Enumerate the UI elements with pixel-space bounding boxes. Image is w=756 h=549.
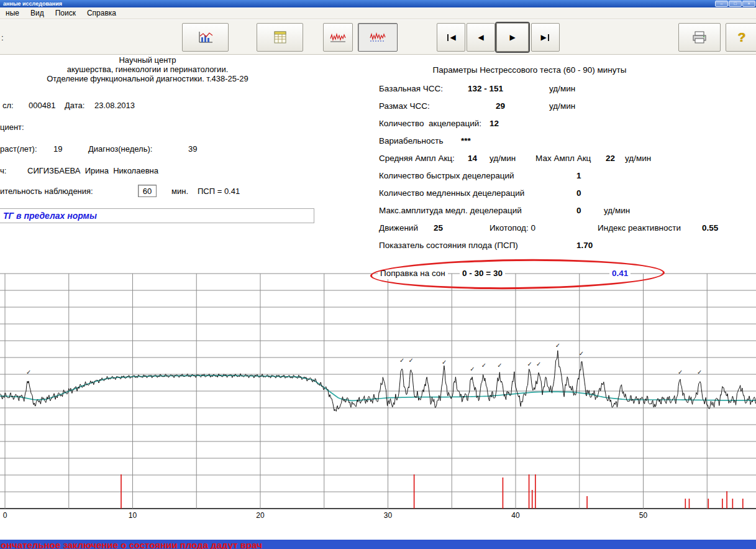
waveform-view-button[interactable] bbox=[323, 23, 353, 52]
x-tick-label: 0 bbox=[3, 511, 7, 520]
svg-text:✓: ✓ bbox=[579, 350, 584, 357]
menu-item-help[interactable]: Справка bbox=[81, 7, 122, 19]
clinic-line-1: Научный центр bbox=[0, 55, 295, 65]
next-arrow-glyph: ▶ bbox=[509, 34, 515, 41]
last-record-icon bbox=[548, 34, 549, 41]
svg-text:✓: ✓ bbox=[678, 369, 683, 376]
patient-label: циент: bbox=[0, 122, 24, 132]
analysis-view-button[interactable] bbox=[358, 23, 398, 52]
nav-next-button[interactable]: ▶ bbox=[496, 23, 529, 52]
first-record-icon bbox=[447, 34, 449, 41]
age-diagnosis-row: раст(лет): 19 Диагноз(недель): 39 bbox=[0, 144, 373, 155]
clinic-line-2: акушерства, гинекологии и перинатологии. bbox=[0, 65, 295, 74]
psp-label: Показатель состояния плода (ПСП) bbox=[379, 241, 518, 250]
reactivity-label: Индекс реактивности bbox=[598, 223, 681, 233]
close-button[interactable]: × bbox=[742, 1, 755, 7]
study-number-value: 000481 bbox=[29, 101, 55, 110]
nav-first-button[interactable]: ◀ bbox=[437, 23, 465, 52]
toolbar-left-fragment: : bbox=[1, 33, 4, 42]
reactivity-value: 0.55 bbox=[702, 223, 718, 233]
menu-item-view[interactable]: Вид bbox=[25, 7, 50, 19]
menu-item-search[interactable]: Поиск bbox=[50, 7, 81, 19]
duration-units: мин. bbox=[171, 187, 188, 196]
svg-text:✓: ✓ bbox=[555, 342, 560, 349]
patient-row: циент: bbox=[0, 122, 373, 134]
movements-value: 25 bbox=[434, 223, 443, 233]
svg-text:✓: ✓ bbox=[697, 369, 702, 376]
avg-amp-units: уд/мин bbox=[490, 154, 516, 163]
duration-input[interactable] bbox=[138, 185, 157, 197]
range-units: уд/мин bbox=[549, 101, 575, 111]
variability-label: Вариабельность bbox=[379, 136, 444, 145]
histogram-view-button[interactable] bbox=[182, 23, 229, 52]
study-number-label: сл: bbox=[2, 101, 14, 110]
basal-value: 132 - 151 bbox=[468, 84, 503, 93]
avg-amp-value: 14 bbox=[468, 154, 477, 163]
x-tick-label: 20 bbox=[256, 511, 264, 520]
x-tick-label: 50 bbox=[639, 511, 647, 520]
print-button[interactable] bbox=[678, 23, 721, 52]
window-titlebar: анные исследования – □ × bbox=[0, 0, 756, 7]
diagnosis-value: 39 bbox=[188, 144, 197, 154]
menu-bar: ные Вид Поиск Справка bbox=[0, 7, 756, 19]
nst-title: Параметры Нестрессового теста (60 - 90) … bbox=[379, 65, 680, 75]
nav-prev-button[interactable]: ◀ bbox=[467, 23, 495, 52]
conclusion-box: ТГ в пределах нормы bbox=[0, 208, 314, 223]
param-row-accel: Количество акцелераций: 12 bbox=[379, 119, 756, 130]
close-icon: × bbox=[747, 1, 750, 6]
decel-amp-value: 0 bbox=[576, 206, 581, 215]
last-arrow-glyph: ▶ bbox=[540, 34, 546, 41]
param-row-psp: Показатель состояния плода (ПСП) 1.70 bbox=[379, 241, 756, 252]
param-row-amplitudes: Средняя Ампл Акц: 14 уд/мин Мах Ампл Акц… bbox=[379, 154, 756, 165]
histogram-chart-icon bbox=[198, 30, 214, 44]
status-bar: ончательное заключение о состоянии плода… bbox=[0, 540, 756, 549]
svg-text:✓: ✓ bbox=[536, 361, 541, 367]
report-view-button[interactable] bbox=[257, 23, 303, 52]
slow-decel-label: Количество медленных децелераций bbox=[379, 188, 524, 198]
svg-text:✓: ✓ bbox=[26, 369, 31, 376]
toolbar: : bbox=[0, 20, 756, 55]
accel-value: 12 bbox=[490, 119, 499, 128]
max-amp-label: Мах Ампл Акц bbox=[535, 154, 591, 163]
slow-decel-value: 0 bbox=[576, 188, 581, 198]
x-tick-label: 40 bbox=[511, 511, 519, 520]
svg-text:✓: ✓ bbox=[470, 366, 475, 372]
movements-label: Движений bbox=[379, 223, 418, 233]
hiccup-label: Икотопод: 0 bbox=[490, 223, 535, 233]
doctor-row: ч: СИГИЗБАЕВА Ирина Николаевна bbox=[0, 166, 373, 177]
x-tick-label: 30 bbox=[384, 511, 392, 520]
printer-icon bbox=[692, 30, 707, 44]
application-window: анные исследования – □ × ные Вид Поиск С… bbox=[0, 0, 756, 549]
svg-text:✓: ✓ bbox=[481, 362, 486, 369]
range-label: Размах ЧСС: bbox=[379, 101, 430, 111]
psp-value: 1.70 bbox=[576, 241, 593, 250]
param-row-fast-decel: Количество быстрых децелераций 1 bbox=[379, 171, 756, 182]
minimize-button[interactable]: – bbox=[715, 1, 728, 7]
svg-text:✓: ✓ bbox=[497, 362, 502, 369]
basal-label: Базальная ЧСС: bbox=[379, 84, 443, 93]
clinic-header: Научный центр акушерства, гинекологии и … bbox=[0, 55, 295, 83]
x-axis-labels: 01020304050 bbox=[0, 511, 756, 521]
help-question-icon: ? bbox=[738, 30, 746, 45]
ctg-chart-area: ✓✓✓✓✓✓✓✓✓✓✓✓✓ bbox=[0, 265, 756, 511]
decel-amp-units: уд/мин bbox=[604, 206, 630, 215]
duration-label: ительность наблюдения: bbox=[0, 187, 93, 196]
param-row-range: Размах ЧСС: 29 уд/мин bbox=[379, 101, 756, 113]
range-value: 29 bbox=[496, 101, 505, 111]
nav-last-button[interactable]: ▶ bbox=[531, 23, 560, 52]
param-row-basal: Базальная ЧСС: 132 - 151 уд/мин bbox=[379, 84, 756, 95]
doctor-label: ч: bbox=[0, 166, 6, 175]
duration-row: ительность наблюдения: мин. ПСП = 0.41 bbox=[0, 187, 373, 198]
svg-text:✓: ✓ bbox=[442, 359, 447, 366]
help-button[interactable]: ? bbox=[726, 23, 756, 52]
svg-text:✓: ✓ bbox=[399, 357, 404, 364]
window-controls: – □ × bbox=[715, 1, 755, 7]
basal-units: уд/мин bbox=[549, 84, 575, 93]
max-amp-value: 22 bbox=[606, 154, 615, 163]
minimize-icon: – bbox=[721, 1, 723, 6]
x-tick-label: 10 bbox=[129, 511, 137, 520]
menu-item-data[interactable]: ные bbox=[0, 7, 25, 19]
maximize-button[interactable]: □ bbox=[729, 1, 742, 7]
window-title: анные исследования bbox=[3, 1, 62, 7]
param-row-decel-amplitude: Макс.амплитуда медл. децелераций 0 уд/ми… bbox=[379, 206, 756, 217]
